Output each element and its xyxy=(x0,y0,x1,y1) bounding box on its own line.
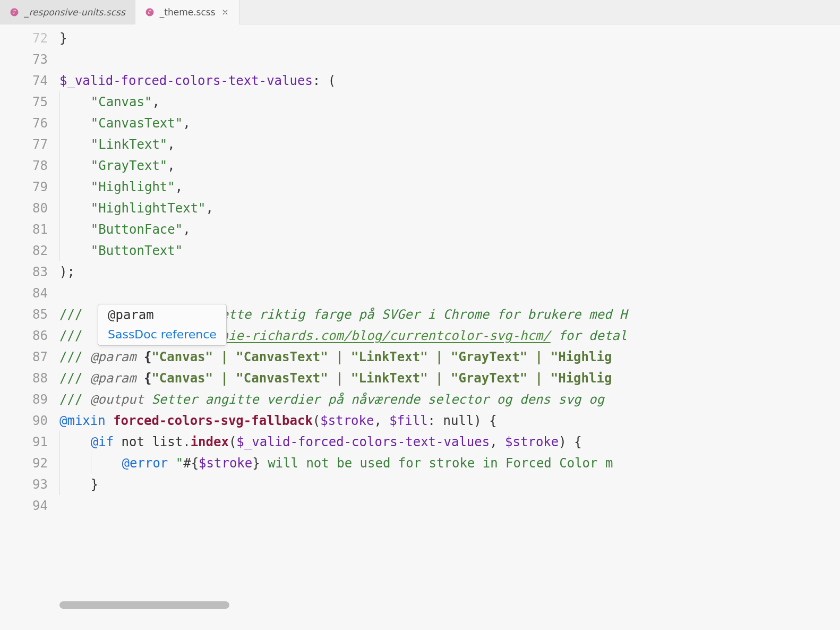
token: @error xyxy=(122,456,168,471)
token: , xyxy=(152,95,159,109)
line-number: 92 xyxy=(0,453,52,474)
line-number: 93 xyxy=(0,474,52,495)
token: nie-richards.com/blog/currentcolor-svg-h… xyxy=(220,328,550,343)
gutter: 7273747576777879808182838485868788899091… xyxy=(0,24,52,630)
line-number: 91 xyxy=(0,431,52,453)
line-number: 78 xyxy=(0,155,52,176)
token: $stroke xyxy=(320,413,374,428)
token: @mixin xyxy=(59,413,106,428)
sass-icon xyxy=(145,7,155,17)
code-line[interactable]: /// @param {"Canvas" | "CanvasText" | "L… xyxy=(59,346,840,368)
horizontal-scrollbar[interactable] xyxy=(59,601,840,609)
token: $_valid-forced-colors-text-values xyxy=(236,435,490,449)
line-number: 75 xyxy=(0,91,52,113)
indent-guide xyxy=(59,176,91,198)
sassdoc-reference-link[interactable]: SassDoc reference xyxy=(98,325,226,345)
token: "LinkText" xyxy=(91,137,168,152)
token: ( xyxy=(320,73,336,88)
horizontal-scrollbar-thumb[interactable] xyxy=(59,601,229,609)
line-number: 85 xyxy=(0,304,52,325)
code-line[interactable]: "ButtonText" xyxy=(59,240,840,261)
tab-label: _theme.scss xyxy=(160,7,216,18)
line-number: 88 xyxy=(0,368,52,389)
code-line[interactable] xyxy=(59,495,840,516)
token: ( xyxy=(313,413,320,428)
editor[interactable]: 7273747576777879808182838485868788899091… xyxy=(0,24,840,630)
token: } xyxy=(252,456,260,471)
token: } xyxy=(59,31,67,46)
line-number: 72 xyxy=(0,28,52,49)
code-line[interactable]: "GrayText", xyxy=(59,155,840,176)
code-line[interactable]: @mixin forced-colors-svg-fallback($strok… xyxy=(59,410,840,431)
token: /// xyxy=(59,371,90,386)
indent-guide xyxy=(59,113,91,134)
line-number: 76 xyxy=(0,113,52,134)
line-number: 90 xyxy=(0,410,52,431)
code-line[interactable]: "ButtonFace", xyxy=(59,219,840,240)
tab--responsive-units-scss[interactable]: _responsive-units.scss xyxy=(0,0,135,24)
indent-guide xyxy=(59,219,91,240)
token: "HighlightText" xyxy=(91,201,206,216)
line-number: 94 xyxy=(0,495,52,516)
completion-item[interactable]: @param xyxy=(98,304,226,325)
completion-hover[interactable]: @param SassDoc reference xyxy=(98,304,227,346)
token: #{ xyxy=(183,456,199,471)
code-line[interactable]: /// @param {"Canvas" | "CanvasText" | "L… xyxy=(59,368,840,389)
token: forced-colors-svg-fallback xyxy=(113,413,313,428)
code-line[interactable]: /// @output Setter angitte verdier på nå… xyxy=(59,389,840,410)
line-number: 80 xyxy=(0,198,52,219)
token: "Canvas" | "CanvasText" | "LinkText" | "… xyxy=(151,371,612,386)
code-line[interactable]: "HighlightText", xyxy=(59,198,840,219)
token: "Canvas" | "CanvasText" | "LinkText" | "… xyxy=(151,350,612,364)
code-line[interactable]: "LinkText", xyxy=(59,134,840,155)
token: , xyxy=(167,158,175,173)
code-line[interactable]: } xyxy=(59,28,840,49)
code-line[interactable]: "CanvasText", xyxy=(59,113,840,134)
line-number: 77 xyxy=(0,134,52,155)
indent-guide xyxy=(91,453,122,474)
line-number: 82 xyxy=(0,240,52,261)
token: $stroke xyxy=(199,456,252,471)
close-icon[interactable] xyxy=(221,8,229,16)
token xyxy=(106,413,113,428)
token: $fill xyxy=(389,413,427,428)
line-number: 81 xyxy=(0,219,52,240)
indent-guide xyxy=(59,474,91,495)
code-line[interactable] xyxy=(59,49,840,70)
token: @output xyxy=(90,392,144,407)
token: "Canvas" xyxy=(91,95,152,109)
token: /// xyxy=(59,307,90,322)
token: , xyxy=(206,201,213,216)
code-line[interactable]: "Canvas", xyxy=(59,91,840,113)
token: /// xyxy=(59,392,90,407)
token: ette riktig farge på SVGer i Chrome for … xyxy=(220,307,627,322)
line-number: 79 xyxy=(0,176,52,198)
code-line[interactable]: "Highlight", xyxy=(59,176,840,198)
token: for detal xyxy=(551,328,628,343)
indent-guide xyxy=(59,155,91,176)
code-line[interactable]: @error "#{$stroke} will not be used for … xyxy=(59,453,840,474)
token: , xyxy=(374,413,389,428)
indent-guide xyxy=(59,453,91,474)
token: } xyxy=(91,477,98,492)
code-line[interactable]: ); xyxy=(59,261,840,283)
tab-bar: _responsive-units.scss_theme.scss xyxy=(0,0,840,24)
code-line[interactable] xyxy=(59,283,840,304)
line-number: 84 xyxy=(0,283,52,304)
token: @param xyxy=(90,371,136,386)
line-number: 74 xyxy=(0,70,52,91)
token: "CanvasText" xyxy=(91,116,183,131)
tab--theme-scss[interactable]: _theme.scss xyxy=(135,0,239,24)
line-number: 89 xyxy=(0,389,52,410)
token: "ButtonFace" xyxy=(91,222,183,237)
code-line[interactable]: $_valid-forced-colors-text-values: ( xyxy=(59,70,840,91)
indent-guide xyxy=(59,134,91,155)
token: , xyxy=(167,137,175,152)
code-line[interactable]: } xyxy=(59,474,840,495)
sass-icon xyxy=(10,7,19,17)
token: "GrayText" xyxy=(91,158,168,173)
token: Setter angitte verdier på nåværende sele… xyxy=(144,392,612,407)
code-line[interactable]: @if not list.index($_valid-forced-colors… xyxy=(59,431,840,453)
token: { xyxy=(136,350,152,364)
token: , xyxy=(175,180,183,194)
